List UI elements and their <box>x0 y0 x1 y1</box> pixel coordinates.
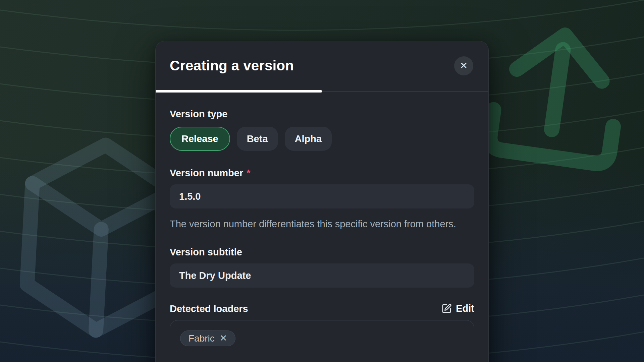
create-version-modal: Creating a version ✕ Version type Releas… <box>155 41 489 362</box>
version-type-options: Release Beta Alpha <box>170 127 474 151</box>
modal-title: Creating a version <box>170 58 474 73</box>
required-asterisk: * <box>247 168 250 178</box>
version-number-label-row: Version number* <box>170 168 474 178</box>
edit-icon <box>441 303 452 314</box>
detected-loaders-header: Detected loaders Edit <box>170 303 474 314</box>
close-icon: ✕ <box>460 61 468 70</box>
version-type-alpha-button[interactable]: Alpha <box>285 127 332 151</box>
modal-header: Creating a version ✕ <box>156 41 488 73</box>
upload-icon <box>488 27 625 165</box>
version-number-help: The version number differentiates this s… <box>170 217 474 231</box>
close-button[interactable]: ✕ <box>454 56 473 75</box>
detected-loaders-box: Fabric ✕ <box>170 320 474 362</box>
version-subtitle-label: Version subtitle <box>170 247 474 257</box>
version-type-release-button[interactable]: Release <box>170 127 230 151</box>
version-type-beta-button[interactable]: Beta <box>237 127 278 151</box>
version-number-input[interactable] <box>170 184 474 208</box>
progress-fill <box>156 90 322 93</box>
modal-content: Version type Release Beta Alpha Version … <box>156 109 488 362</box>
version-type-label: Version type <box>170 109 474 119</box>
version-subtitle-input[interactable] <box>170 263 474 288</box>
detected-loaders-label: Detected loaders <box>170 303 248 314</box>
loader-chip-fabric: Fabric ✕ <box>180 330 235 346</box>
chip-label: Fabric <box>189 333 215 344</box>
cube-icon <box>25 141 176 334</box>
edit-loaders-button[interactable]: Edit <box>441 303 474 314</box>
chip-remove-icon[interactable]: ✕ <box>220 334 227 343</box>
progress-bar <box>156 90 488 93</box>
version-number-label: Version number <box>170 168 243 178</box>
edit-label: Edit <box>456 303 474 314</box>
